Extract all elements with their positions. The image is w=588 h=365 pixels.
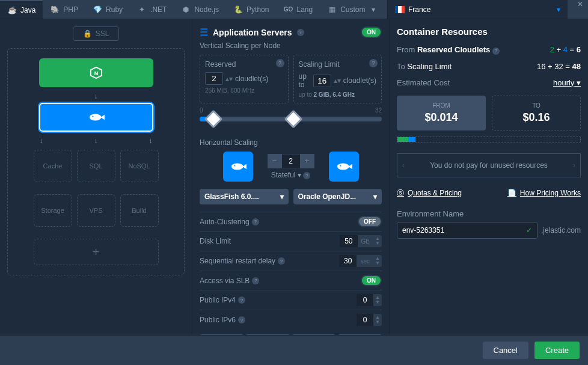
vps-slot[interactable]: VPS	[77, 194, 115, 227]
help-icon[interactable]: ?	[278, 257, 285, 265]
node-icon	[329, 152, 359, 182]
limit-label: Scaling Limit	[299, 60, 377, 69]
help-icon[interactable]: ?	[252, 277, 259, 284]
to-b: 32	[554, 62, 563, 71]
link-text: How Pricing Works	[520, 189, 581, 197]
go-icon: GO	[283, 5, 293, 14]
hscale-heading: Horizontal Scaling	[200, 138, 382, 147]
cost-to-label: TO	[498, 102, 574, 109]
cancel-button[interactable]: Cancel	[483, 342, 528, 359]
arrow-down-icon: ↓	[40, 136, 43, 145]
reserved-meta: 256 MiB, 800 MHz	[205, 87, 283, 94]
ipv6-value: 0	[357, 314, 373, 326]
region-selector[interactable]: France ▾	[387, 0, 568, 19]
reserved-input[interactable]	[205, 72, 223, 85]
panel-title: Application Servers	[213, 28, 292, 37]
help-icon[interactable]: ?	[238, 316, 245, 324]
nosql-slot[interactable]: NoSQL	[120, 150, 159, 182]
lock-icon: 🔒	[83, 29, 92, 38]
env-name-label: Environment Name	[397, 209, 581, 218]
appserver-toggle[interactable]: ON	[361, 26, 382, 38]
toggle-state: OFF	[359, 217, 381, 226]
env-name-input[interactable]: env-5263351✓	[397, 222, 537, 239]
tab-ruby[interactable]: 💎Ruby	[85, 0, 130, 19]
to-label: To	[397, 62, 405, 71]
build-slot[interactable]: Build	[120, 194, 159, 227]
disk-input[interactable]: 50GB▲▼	[340, 235, 382, 247]
cost-from-amount: $0.014	[403, 111, 479, 124]
tab-label: Custom	[340, 5, 365, 14]
arrow-down-icon: ↓	[14, 92, 178, 100]
tab-python[interactable]: 🐍Python	[226, 0, 276, 19]
spinner-icon[interactable]: ▴▾	[225, 75, 233, 83]
ssl-toggle[interactable]: 🔒SSL	[73, 26, 120, 41]
arrow-down-icon: ↓	[149, 136, 153, 145]
help-icon[interactable]: ?	[276, 59, 284, 67]
quotas-link[interactable]: ⓢQuotas & Pricing	[397, 188, 462, 198]
ipv6-input[interactable]: 0▲▼	[357, 314, 382, 326]
help-icon[interactable]: ?	[238, 296, 245, 304]
cost-label: Estimated Cost	[397, 78, 450, 87]
ipv4-value: 0	[357, 294, 373, 306]
cache-slot[interactable]: Cache	[34, 150, 72, 182]
php-icon: 🐘	[50, 5, 60, 14]
tab-custom[interactable]: ▦Custom▾	[320, 0, 382, 19]
restart-delay-input[interactable]: 30sec▲▼	[339, 255, 382, 267]
chevron-down-icon: ▾	[372, 5, 375, 14]
slider-thumb-limit[interactable]	[284, 109, 303, 128]
period-dropdown[interactable]: hourly ▾	[553, 78, 581, 87]
nginx-icon: N	[90, 66, 103, 79]
spinner-icon[interactable]: ▲▼	[373, 295, 382, 305]
sql-slot[interactable]: SQL	[77, 150, 115, 182]
help-icon[interactable]: ?	[303, 172, 310, 179]
help-icon[interactable]: ?	[492, 48, 500, 55]
slider-thumb-reserved[interactable]	[204, 109, 223, 128]
help-icon[interactable]: ?	[252, 218, 259, 225]
help-icon[interactable]: ?	[297, 29, 304, 36]
menu-icon[interactable]: ☰	[200, 26, 208, 38]
ipv4-input[interactable]: 0▲▼	[357, 294, 382, 306]
to-eq: 48	[572, 62, 581, 71]
server-dropdown[interactable]: GlassFish 6.0....▾	[200, 189, 289, 204]
tab-nodejs[interactable]: ⬢Node.js	[174, 0, 226, 19]
jdk-dropdown[interactable]: Oracle OpenJD...▾	[293, 189, 382, 204]
tab-label: .NET	[150, 5, 167, 14]
mode-value: Stateful	[271, 171, 296, 179]
tab-go[interactable]: GOLang	[276, 0, 320, 19]
tab-php[interactable]: 🐘PHP	[43, 0, 85, 19]
arrow-down-icon: ↓	[94, 136, 98, 145]
create-button[interactable]: Create	[534, 342, 580, 359]
cloudlet-slider[interactable]: 0 32	[200, 109, 382, 127]
tab-dotnet[interactable]: ✦.NET	[130, 0, 174, 19]
balancer-node[interactable]: N	[39, 58, 153, 87]
svg-text:N: N	[94, 70, 98, 76]
svg-marker-6	[242, 164, 247, 169]
add-layer-button[interactable]: +	[34, 239, 159, 265]
limit-input[interactable]	[313, 75, 331, 87]
from-label: From	[397, 45, 415, 54]
decrement-button[interactable]: −	[268, 154, 282, 168]
cost-to-box: TO$0.16	[492, 96, 581, 130]
storage-slot[interactable]: Storage	[34, 194, 72, 227]
autocluster-toggle[interactable]: OFF	[358, 216, 382, 227]
appserver-node[interactable]	[39, 103, 153, 132]
next-arrow[interactable]: ›	[573, 161, 575, 170]
tab-label: Java	[20, 6, 35, 14]
tab-label: Node.js	[194, 5, 219, 14]
spinner-icon[interactable]: ▲▼	[373, 256, 382, 266]
how-pricing-link[interactable]: 📄How Pricing Works	[507, 188, 581, 198]
slb-toggle[interactable]: ON	[361, 275, 382, 286]
spinner-icon[interactable]: ▲▼	[373, 236, 382, 246]
increment-button[interactable]: +	[300, 154, 314, 168]
region-name: France	[408, 5, 430, 14]
spinner-icon[interactable]: ▴▾	[334, 76, 341, 85]
unit: GB	[358, 238, 373, 245]
help-icon[interactable]: ?	[369, 59, 378, 67]
close-button[interactable]: ✕	[572, 0, 588, 19]
tab-java[interactable]: ☕Java	[0, 0, 43, 19]
spinner-icon[interactable]: ▲▼	[373, 315, 382, 325]
scaling-mode-dropdown[interactable]: Stateful ▾ ?	[268, 171, 314, 180]
prev-arrow[interactable]: ‹	[402, 161, 405, 170]
svg-marker-3	[100, 115, 105, 120]
slider-max: 32	[375, 107, 382, 114]
